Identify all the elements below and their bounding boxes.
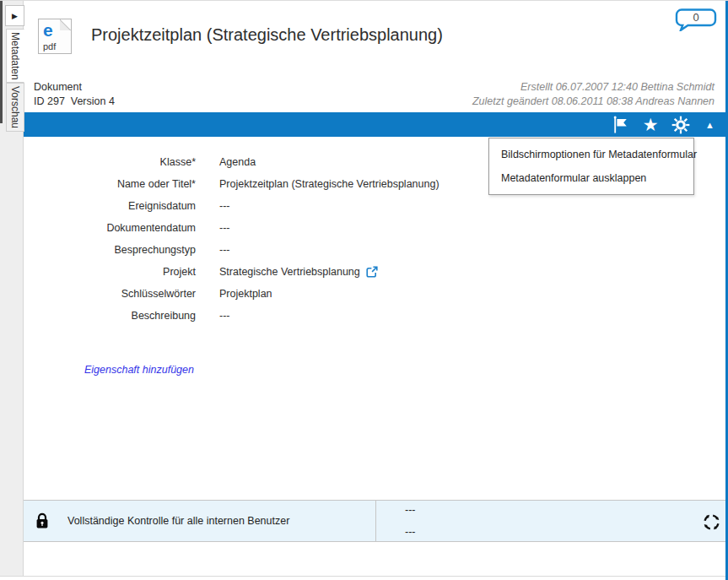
workflow-arrows-icon xyxy=(702,512,721,532)
field-label: Projekt xyxy=(24,266,196,278)
metadata-row-projekt: Projekt Strategische Vertriebsplanung xyxy=(24,261,547,283)
favorite-button[interactable]: ★ xyxy=(641,116,660,134)
workflow-field[interactable]: --- xyxy=(405,504,416,516)
collapse-toolbar-button[interactable]: ▲ xyxy=(705,120,715,130)
page-fold-corner xyxy=(60,19,71,30)
settings-button[interactable] xyxy=(671,116,690,134)
permissions-row[interactable]: Vollständige Kontrolle für alle internen… xyxy=(24,501,375,541)
field-label: Klasse* xyxy=(24,156,196,168)
comment-count: 0 xyxy=(675,11,717,24)
metadata-row-name: Name oder Titel* Projektzeitplan (Strate… xyxy=(24,173,547,195)
lock-icon xyxy=(35,512,49,529)
tab-vorschau[interactable]: Vorschau xyxy=(6,83,24,132)
metadata-row-dokumentendatum: Dokumentendatum --- xyxy=(24,217,547,239)
metadata-row-besprechungstyp: Besprechungstyp --- xyxy=(24,239,547,261)
field-label: Ereignisdatum xyxy=(24,200,196,212)
metadata-row-schluesselwoerter: Schlüsselwörter Projektplan xyxy=(24,283,547,305)
splitter-handle[interactable] xyxy=(0,1,3,123)
gear-icon xyxy=(671,116,690,134)
object-type: Dokument xyxy=(34,80,115,95)
expand-arrow-icon: ▶ xyxy=(12,12,18,20)
tab-metadaten[interactable]: Metadaten xyxy=(6,29,24,83)
field-label: Dokumentendatum xyxy=(24,222,196,234)
comments-badge[interactable]: 0 xyxy=(675,8,717,31)
edge-e-glyph: e xyxy=(43,20,53,41)
flag-button[interactable] xyxy=(611,116,629,134)
workflow-button[interactable] xyxy=(702,512,721,535)
metadata-toolbar: ★ ▲ xyxy=(24,112,725,137)
metadata-row-ereignisdatum: Ereignisdatum --- xyxy=(24,195,547,217)
object-info: Dokument ID 297 Version 4 xyxy=(34,80,115,109)
field-value[interactable]: Projektzeitplan (Strategische Vertriebsp… xyxy=(219,178,439,190)
chevron-up-icon: ▲ xyxy=(705,120,715,130)
workflow-state-field[interactable]: --- xyxy=(405,526,416,538)
field-value[interactable]: Projektplan xyxy=(219,288,272,300)
document-title: Projektzeitplan (Strategische Vertriebsp… xyxy=(91,25,443,45)
field-value[interactable]: --- xyxy=(219,244,230,256)
field-value[interactable]: --- xyxy=(219,310,230,322)
metadata-row-klasse: Klasse* Agenda xyxy=(24,151,547,173)
field-label: Besprechungstyp xyxy=(24,244,196,256)
open-object-button[interactable] xyxy=(366,266,378,278)
pdf-document-icon: e pdf xyxy=(38,19,72,54)
field-value[interactable]: --- xyxy=(219,200,230,212)
audit-info: Erstellt 06.07.2007 12:40 Bettina Schmid… xyxy=(472,80,715,109)
add-property-link[interactable]: Eigenschaft hinzufügen xyxy=(84,364,194,376)
field-value[interactable]: --- xyxy=(219,222,230,234)
menu-item-display-options[interactable]: Bildschirmoptionen für Metadatenformular xyxy=(489,143,693,166)
flag-icon xyxy=(612,116,628,134)
footer-bar: Vollständige Kontrolle für alle internen… xyxy=(24,500,725,542)
metadata-form: Klasse* Agenda Name oder Titel* Projektz… xyxy=(24,151,547,327)
toolbar-dropdown-menu: Bildschirmoptionen für Metadatenformular… xyxy=(488,138,694,195)
tab-label: Vorschau xyxy=(9,86,21,128)
expand-pane-button[interactable]: ▶ xyxy=(5,5,24,26)
object-id-version: ID 297 Version 4 xyxy=(34,95,115,109)
field-label: Schlüsselwörter xyxy=(24,288,196,300)
metadata-card-window: ▶ Metadaten Vorschau e pdf Projektzeitpl… xyxy=(0,0,728,580)
external-link-icon xyxy=(366,266,378,278)
field-label: Name oder Titel* xyxy=(24,178,196,190)
field-value[interactable]: Strategische Vertriebsplanung xyxy=(219,266,360,278)
star-icon: ★ xyxy=(643,116,659,133)
field-value-with-link[interactable]: Strategische Vertriebsplanung xyxy=(219,266,378,278)
tab-label: Metadaten xyxy=(9,32,21,80)
menu-item-expand-form[interactable]: Metadatenformular ausklappen xyxy=(489,166,693,190)
bottom-separator xyxy=(0,576,725,577)
metadata-row-beschreibung: Beschreibung --- xyxy=(24,305,547,327)
pdf-glyph: pdf xyxy=(43,41,56,51)
field-label: Beschreibung xyxy=(24,310,196,322)
field-value[interactable]: Agenda xyxy=(219,156,256,168)
permissions-text: Vollständige Kontrolle für alle internen… xyxy=(67,515,289,527)
created-info: Erstellt 06.07.2007 12:40 Bettina Schmid… xyxy=(472,80,715,95)
modified-info: Zuletzt geändert 08.06.2011 08:38 Andrea… xyxy=(472,95,715,109)
workflow-section: --- --- xyxy=(376,501,725,541)
